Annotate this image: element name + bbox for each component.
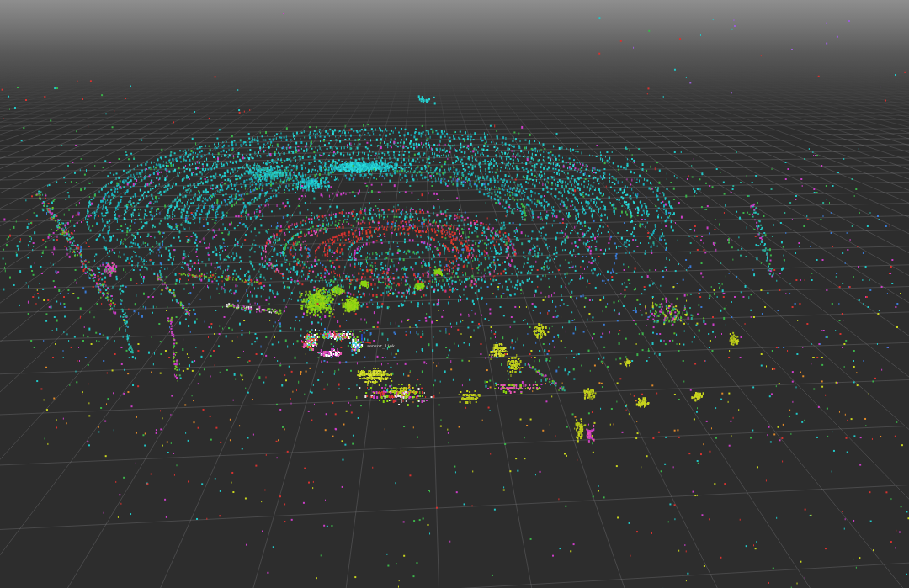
- 3d-viewport: sensor_link: [0, 0, 909, 588]
- pointcloud-canvas[interactable]: [0, 0, 909, 588]
